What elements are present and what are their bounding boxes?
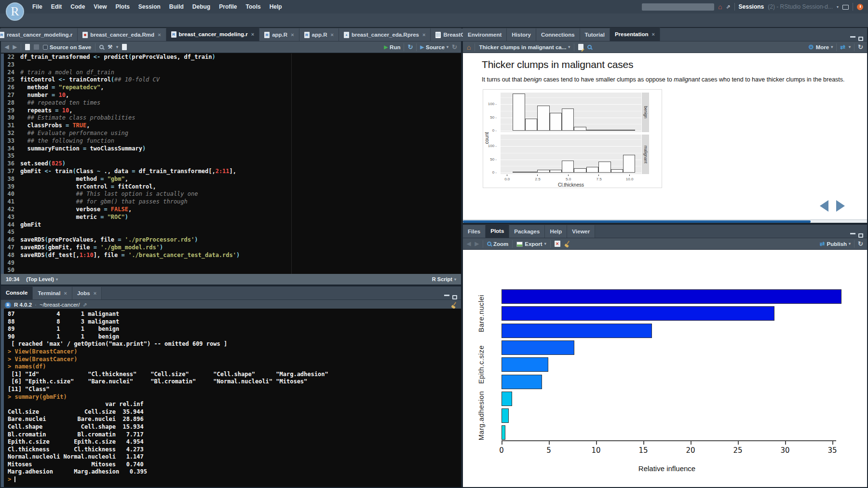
clear-plots-icon[interactable] — [564, 241, 570, 247]
tab-reast-cancer-modeling-r[interactable]: reast_cancer_modeling.r — [0, 28, 78, 41]
source-on-save-toggle[interactable]: Source on Save — [43, 44, 91, 50]
save-source-icon[interactable] — [34, 44, 39, 50]
quit-session-icon[interactable] — [857, 4, 863, 10]
panel-layout-icon[interactable] — [842, 5, 849, 10]
find-replace-icon[interactable] — [99, 45, 104, 49]
publish-caret-icon[interactable]: ▾ — [849, 45, 851, 49]
relative-influence-chart: Bare.nucleiEpith.c.sizeMarg.adhesion0510… — [463, 250, 867, 487]
show-in-window-icon[interactable] — [25, 44, 30, 50]
source-button[interactable]: ▶ Source ▾ — [420, 44, 448, 50]
next-slide-icon[interactable] — [836, 200, 845, 212]
close-icon[interactable]: × — [291, 32, 294, 38]
chevron-down-icon[interactable]: ▾ — [837, 5, 839, 9]
tab-tutorial[interactable]: Tutorial — [580, 28, 610, 41]
code-tools-caret-icon[interactable]: ▾ — [116, 45, 118, 49]
forward-icon[interactable]: ▶ — [13, 44, 16, 50]
export-menu[interactable]: Export ▾ — [516, 241, 546, 247]
presentation-home-icon[interactable]: ⌂ — [467, 43, 471, 51]
clear-console-icon[interactable] — [451, 302, 457, 308]
histogram-bar — [623, 130, 635, 131]
remove-plot-icon[interactable] — [555, 241, 560, 247]
home-icon[interactable]: ⌂ — [718, 3, 722, 11]
tab-connections[interactable]: Connections — [536, 28, 580, 41]
run-icon: ▶ — [384, 44, 388, 50]
edit-presentation-icon[interactable] — [578, 44, 583, 50]
code-tools-icon[interactable]: ⚒ — [108, 44, 112, 50]
resource-icon[interactable]: ↻ — [452, 43, 457, 51]
horizontal-scrollbar[interactable] — [463, 219, 867, 223]
slide-text: It turns out that benign cases tend to h… — [482, 76, 857, 83]
tab-files[interactable]: Files — [463, 225, 486, 238]
tab-jobs[interactable]: Jobs× — [72, 287, 102, 299]
doc-type-selector[interactable]: R Script ▾ — [432, 276, 456, 282]
slide-selector[interactable]: Thicker clumps in malignant ca... ▾ — [479, 44, 570, 50]
menu-file[interactable]: File — [28, 0, 47, 14]
tab-breast-cancer-eda-rmd[interactable]: breast_cancer_eda.Rmd× — [78, 28, 166, 41]
checkbox-icon[interactable] — [43, 45, 48, 50]
rerun-icon[interactable]: ↻ — [407, 43, 413, 51]
back-icon[interactable]: ◀ — [5, 44, 9, 50]
menu-build[interactable]: Build — [165, 0, 188, 14]
close-icon[interactable]: × — [251, 31, 254, 37]
scope-selector[interactable]: (Top Level) ▾ — [26, 276, 58, 282]
tab-packages[interactable]: Packages — [509, 225, 545, 238]
working-directory[interactable]: ~/breast-cancer/ — [40, 302, 80, 308]
more-menu[interactable]: ⚙ More ▾ — [808, 43, 833, 51]
menu-code[interactable]: Code — [66, 0, 89, 14]
close-icon[interactable]: × — [94, 290, 96, 296]
zoom-plot-button[interactable]: Zoom — [487, 241, 508, 247]
tab-presentation[interactable]: Presentation× — [610, 27, 660, 41]
tab-breast-cancer-eda-rpres[interactable]: breast_cancer_eda.Rpres× — [339, 28, 431, 41]
menu-edit[interactable]: Edit — [47, 0, 67, 14]
menu-tools[interactable]: Tools — [242, 0, 265, 14]
minimize-pane-icon[interactable] — [444, 295, 449, 296]
tab-breast-cancer-modeling-r[interactable]: breast_cancer_modeling.r× — [166, 27, 260, 41]
minimize-pane-icon[interactable] — [850, 36, 855, 38]
menu-plots[interactable]: Plots — [111, 0, 134, 14]
close-icon[interactable]: × — [158, 32, 161, 38]
menu-profile[interactable]: Profile — [215, 0, 241, 14]
sessions-label[interactable]: Sessions — [739, 3, 764, 10]
publish-plot-menu[interactable]: ⇄ Publish ▾ — [820, 240, 851, 247]
next-plot-icon[interactable]: ▶ — [475, 241, 478, 247]
line-number: 33 — [4, 137, 20, 145]
previous-slide-icon[interactable] — [820, 200, 828, 212]
menu-debug[interactable]: Debug — [188, 0, 215, 14]
close-icon[interactable]: × — [64, 290, 67, 296]
compile-report-icon[interactable] — [122, 44, 127, 50]
refresh-plot-icon[interactable]: ↻ — [858, 240, 863, 247]
close-icon[interactable]: × — [422, 32, 425, 38]
scrollbar-thumb[interactable] — [463, 220, 811, 223]
tab-history[interactable]: History — [507, 28, 536, 41]
refresh-presentation-icon[interactable]: ↻ — [858, 43, 863, 51]
divider — [21, 43, 21, 51]
menu-session[interactable]: Session — [134, 0, 165, 14]
close-icon[interactable]: × — [331, 32, 334, 38]
maximize-pane-icon[interactable] — [858, 37, 863, 41]
previous-plot-icon[interactable]: ◀ — [467, 241, 471, 247]
close-icon[interactable]: × — [652, 31, 655, 37]
tab-environment[interactable]: Environment — [463, 28, 507, 41]
menu-view[interactable]: View — [89, 0, 111, 14]
tab-terminal[interactable]: Terminal× — [33, 287, 72, 299]
zoom-presentation-icon[interactable] — [587, 45, 592, 49]
minimize-pane-icon[interactable] — [850, 233, 855, 234]
tab-label: History — [512, 32, 531, 38]
tab-viewer[interactable]: Viewer — [567, 225, 595, 238]
tab-console[interactable]: Console — [1, 286, 33, 299]
console-output[interactable]: 87 4 1 malignant88 8 3 malignant89 1 1 b… — [1, 309, 461, 487]
console-line: [ reached 'max' / getOption("max.print")… — [8, 340, 461, 348]
maximize-pane-icon[interactable] — [452, 295, 457, 299]
run-button[interactable]: ▶ Run — [384, 44, 400, 50]
code-editor[interactable]: 22df_train_transformed <- predict(prePro… — [1, 54, 461, 274]
tab-plots[interactable]: Plots — [486, 224, 509, 238]
tab-app-r[interactable]: app.R× — [259, 28, 299, 41]
maximize-pane-icon[interactable] — [858, 233, 863, 238]
popout-icon[interactable]: ⇗ — [82, 302, 87, 308]
publish-icon[interactable]: ⇄ — [840, 43, 845, 51]
code-line: 23 — [4, 61, 461, 69]
open-in-window-icon[interactable]: ⇗ — [726, 4, 730, 10]
tab-app-r[interactable]: app.R× — [299, 28, 339, 41]
tab-help[interactable]: Help — [545, 225, 567, 238]
menu-help[interactable]: Help — [265, 0, 286, 14]
